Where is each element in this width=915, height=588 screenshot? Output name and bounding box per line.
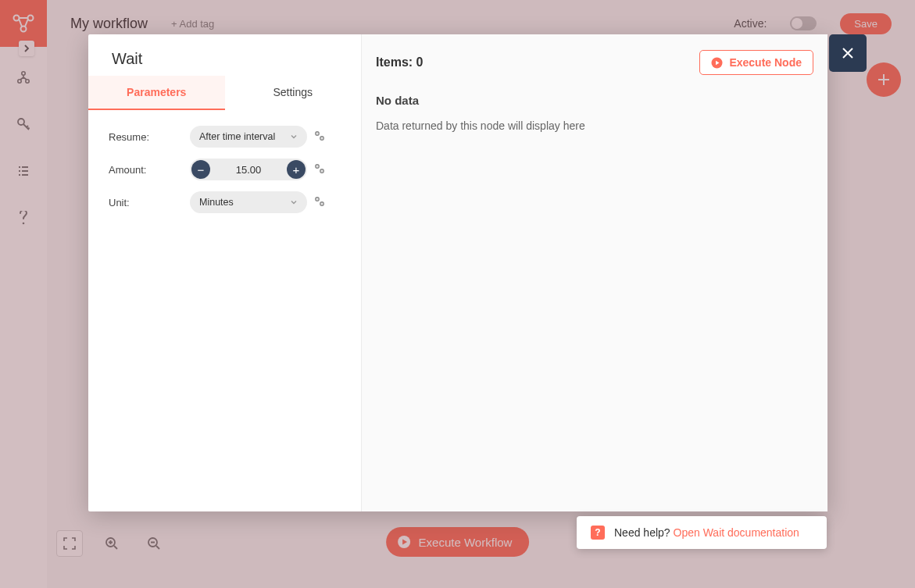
resume-value: After time interval xyxy=(199,131,275,142)
play-circle-icon xyxy=(711,57,723,69)
unit-options-button[interactable] xyxy=(313,195,326,210)
amount-decrement-button[interactable]: − xyxy=(191,160,210,179)
resume-select[interactable]: After time interval xyxy=(190,126,307,148)
svg-point-24 xyxy=(316,198,317,199)
svg-point-20 xyxy=(316,166,317,166)
output-panel: Items: 0 Execute Node No data Data retur… xyxy=(362,34,827,511)
resume-label: Resume: xyxy=(109,131,184,143)
nodata-description: Data returned by this node will display … xyxy=(376,119,813,132)
close-modal-button[interactable] xyxy=(829,34,867,72)
close-icon xyxy=(841,46,855,60)
help-doc-link[interactable]: Open Wait documentation xyxy=(674,526,799,539)
gear-icon xyxy=(313,130,326,142)
tab-parameters[interactable]: Parameters xyxy=(88,76,225,110)
tab-settings[interactable]: Settings xyxy=(225,76,362,110)
resume-options-button[interactable] xyxy=(313,130,326,144)
help-prefix: Need help? xyxy=(614,526,674,539)
unit-value: Minutes xyxy=(199,197,234,208)
amount-label: Amount: xyxy=(109,164,184,176)
amount-value[interactable]: 15.00 xyxy=(212,164,285,176)
amount-options-button[interactable] xyxy=(313,162,326,177)
nodata-title: No data xyxy=(376,94,813,107)
svg-point-25 xyxy=(321,203,322,204)
help-text: Need help? Open Wait documentation xyxy=(614,526,799,539)
node-editor-modal: Wait Parameters Settings Resume: After t… xyxy=(88,34,827,511)
execute-node-label: Execute Node xyxy=(729,56,802,69)
question-icon: ? xyxy=(591,526,605,540)
modal-tabs: Parameters Settings xyxy=(88,76,361,110)
help-toast: ? Need help? Open Wait documentation xyxy=(577,516,827,549)
amount-increment-button[interactable]: + xyxy=(287,160,306,179)
execute-node-button[interactable]: Execute Node xyxy=(699,50,813,75)
unit-label: Unit: xyxy=(109,197,184,208)
items-count: Items: 0 xyxy=(376,55,423,69)
unit-select[interactable]: Minutes xyxy=(190,191,307,213)
chevron-down-icon xyxy=(290,198,298,206)
svg-point-17 xyxy=(321,137,322,138)
svg-point-21 xyxy=(321,170,322,171)
gear-icon xyxy=(313,195,326,208)
gear-icon xyxy=(313,162,326,175)
svg-point-16 xyxy=(316,133,317,134)
amount-stepper[interactable]: − 15.00 + xyxy=(190,159,307,180)
node-title: Wait xyxy=(88,34,361,76)
chevron-down-icon xyxy=(290,133,298,141)
parameters-panel: Wait Parameters Settings Resume: After t… xyxy=(88,34,362,511)
